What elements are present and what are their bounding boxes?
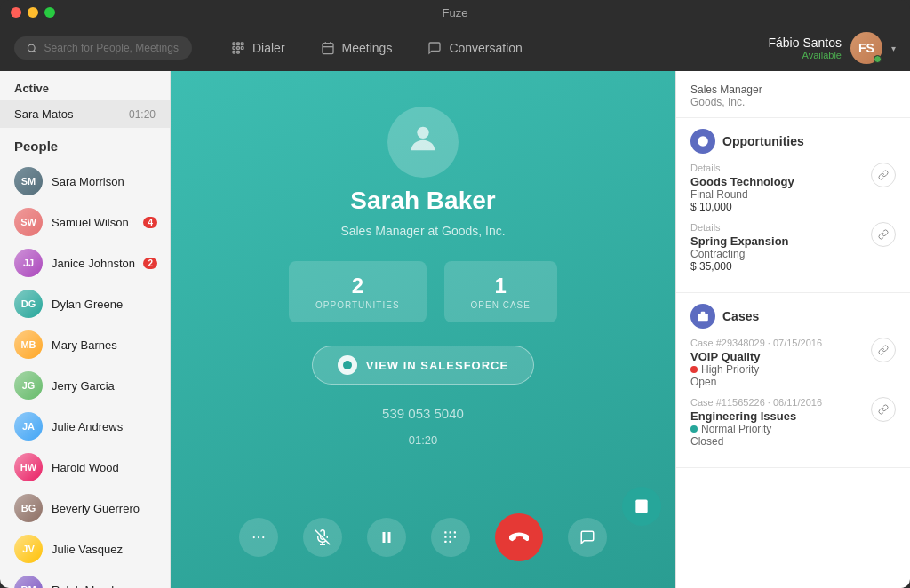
svg-rect-31 <box>454 536 456 538</box>
opportunities-count: 2 <box>315 274 400 298</box>
person-item[interactable]: SM Sara Morrison <box>0 161 170 202</box>
search-box[interactable] <box>14 36 192 60</box>
opportunity-link-button[interactable] <box>871 222 896 247</box>
case-link-button[interactable] <box>871 338 896 362</box>
opportunities-label: OPPORTUNITIES <box>315 300 400 310</box>
person-item[interactable]: RM Ralph Murphy <box>0 569 170 588</box>
priority-dot <box>690 425 698 433</box>
person-item[interactable]: JV Julie Vasquez <box>0 528 170 569</box>
case-name: Engineering Issues <box>690 409 896 423</box>
search-input[interactable] <box>44 42 180 54</box>
open-case-count: 1 <box>471 274 531 298</box>
person-avatar: BG <box>14 494 43 522</box>
conversation-nav-item[interactable]: Conversation <box>410 34 540 62</box>
person-avatar: MB <box>14 330 43 359</box>
rp-contact-role: Sales Manager <box>690 83 896 96</box>
hold-button[interactable] <box>367 518 406 557</box>
opportunities-stat: 2 OPPORTUNITIES <box>289 261 427 322</box>
user-area: Fábio Santos Available FS ▾ <box>769 32 897 64</box>
person-name: Beverly Guerrero <box>52 502 140 515</box>
svg-rect-29 <box>444 536 446 538</box>
user-avatar-container[interactable]: FS <box>850 32 882 64</box>
opportunity-stage: Final Round <box>690 188 896 201</box>
person-item[interactable]: JA Julie Andrews <box>0 406 170 447</box>
person-item[interactable]: DG Dylan Greene <box>0 283 170 324</box>
person-avatar: JA <box>14 412 43 441</box>
window-controls[interactable] <box>11 7 55 18</box>
svg-rect-26 <box>444 531 446 533</box>
svg-rect-24 <box>383 532 386 543</box>
case-id: Case #11565226 · 06/11/2016 <box>690 397 896 408</box>
person-item[interactable]: JJ Janice Johnston 2 <box>0 242 170 283</box>
call-avatar-circle <box>387 107 459 178</box>
case-status: Closed <box>690 435 896 448</box>
active-call-item[interactable]: Sara Matos 01:20 <box>0 100 170 128</box>
sidebar: Active Sara Matos 01:20 People SM Sara M… <box>0 71 171 588</box>
svg-point-0 <box>28 44 35 52</box>
svg-rect-6 <box>237 47 240 50</box>
user-info: Fábio Santos Available <box>769 36 842 60</box>
person-name: Jerry Garcia <box>52 379 115 393</box>
opportunity-value: $ 35,000 <box>690 260 896 273</box>
conversation-label: Conversation <box>449 41 523 55</box>
app-title: Fuze <box>443 6 468 20</box>
active-section-title: Active <box>0 71 170 100</box>
person-name: Mary Barnes <box>52 338 117 352</box>
right-panel: Sales Manager Goods, Inc. Opportunities … <box>675 71 910 588</box>
meetings-nav-item[interactable]: Meetings <box>303 34 411 62</box>
person-item[interactable]: BG Beverly Guerrero <box>0 488 170 528</box>
person-avatar: JG <box>14 371 43 400</box>
dialer-nav-item[interactable]: Dialer <box>213 34 303 62</box>
chevron-down-icon[interactable]: ▾ <box>891 44 896 53</box>
person-name: Julie Vasquez <box>52 543 123 556</box>
person-item[interactable]: JG Jerry Garcia <box>0 365 170 406</box>
svg-rect-37 <box>698 314 708 321</box>
case-priority: High Priority <box>690 363 896 376</box>
end-call-button[interactable] <box>495 513 543 561</box>
opportunities-list: Details Goods Technology Final Round $ 1… <box>690 163 896 273</box>
maximize-button[interactable] <box>44 7 55 18</box>
meetings-label: Meetings <box>342 41 393 55</box>
keypad-button[interactable] <box>431 518 470 557</box>
person-avatar: RM <box>14 576 43 588</box>
user-status: Available <box>769 50 842 60</box>
svg-rect-2 <box>233 43 235 45</box>
svg-line-1 <box>34 50 36 52</box>
svg-rect-30 <box>450 536 451 538</box>
person-silhouette-icon <box>405 121 441 164</box>
cases-title: Cases <box>722 309 759 323</box>
call-phone-number: 539 053 5040 <box>382 406 464 421</box>
person-name: Harold Wood <box>52 461 119 474</box>
contact-detail-button[interactable] <box>622 487 661 526</box>
rp-contact-company: Goods, Inc. <box>690 96 896 108</box>
opportunities-section: Opportunities Details Goods Technology F… <box>676 118 910 293</box>
svg-rect-8 <box>233 51 235 53</box>
case-name: VOIP Quality <box>690 350 896 363</box>
opportunity-link-button[interactable] <box>871 163 896 187</box>
view-in-salesforce-button[interactable]: VIEW IN SALESFORCE <box>312 346 534 385</box>
case-link-button[interactable] <box>871 397 896 422</box>
cases-icon <box>690 304 715 329</box>
chat-button[interactable] <box>568 518 607 557</box>
close-button[interactable] <box>11 7 21 18</box>
person-item[interactable]: HW Harold Wood <box>0 447 170 488</box>
nav-items: Dialer Meetings Conversation <box>213 34 769 62</box>
person-avatar: JV <box>14 535 43 563</box>
call-controls <box>188 513 658 570</box>
svg-rect-32 <box>444 541 446 543</box>
person-item[interactable]: SW Samuel Wilson 4 <box>0 202 170 242</box>
dialer-label: Dialer <box>252 41 285 55</box>
opportunity-name: Goods Technology <box>690 175 896 188</box>
cases-section: Cases Case #29348029 · 07/15/2016 VOIP Q… <box>676 293 910 468</box>
opportunity-value: $ 10,000 <box>690 201 896 213</box>
conversation-icon <box>427 41 442 55</box>
minimize-button[interactable] <box>28 7 38 18</box>
svg-point-19 <box>258 536 259 538</box>
priority-dot <box>690 366 698 373</box>
svg-point-20 <box>262 536 264 538</box>
svg-point-15 <box>343 361 352 369</box>
more-options-button[interactable] <box>239 518 278 557</box>
case-item: Case #29348029 · 07/15/2016 VOIP Quality… <box>690 338 896 388</box>
mute-button[interactable] <box>303 518 342 557</box>
person-item[interactable]: MB Mary Barnes <box>0 324 170 365</box>
